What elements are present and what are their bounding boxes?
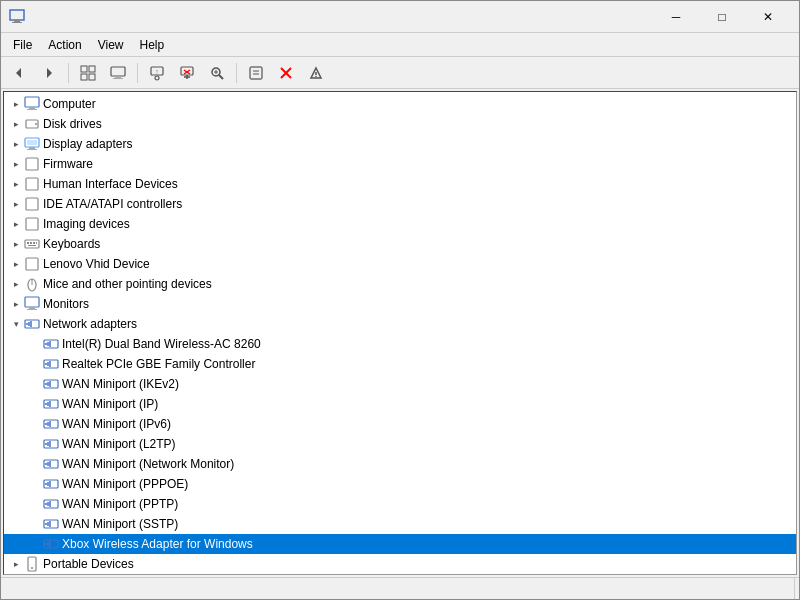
expand-icon[interactable]: ▸ (8, 176, 24, 192)
tree-item-monitors[interactable]: ▸ Monitors (4, 294, 796, 314)
menu-action[interactable]: Action (40, 36, 89, 54)
item-label-firmware: Firmware (43, 157, 93, 171)
expand-icon[interactable]: ▸ (8, 136, 24, 152)
menu-help[interactable]: Help (132, 36, 173, 54)
tree-item-disk-drives[interactable]: ▸ Disk drives (4, 114, 796, 134)
tree-item-firmware[interactable]: ▸ Firmware (4, 154, 796, 174)
svg-rect-50 (36, 242, 37, 244)
tree-item-wan-ip[interactable]: WAN Miniport (IP) (4, 394, 796, 414)
expand-icon[interactable]: ▸ (8, 96, 24, 112)
properties2-button[interactable] (302, 60, 330, 86)
item-label-network: Network adapters (43, 317, 137, 331)
tree-item-keyboards[interactable]: ▸ Keyboards (4, 234, 796, 254)
svg-rect-25 (250, 67, 262, 79)
uninstall-button[interactable] (173, 60, 201, 86)
svg-rect-39 (29, 147, 35, 149)
expand-icon[interactable]: ▸ (8, 296, 24, 312)
tree-item-imaging[interactable]: ▸ Imaging devices (4, 214, 796, 234)
update-driver-button[interactable]: ↑ (143, 60, 171, 86)
svg-rect-5 (81, 66, 87, 72)
tree-item-intel-dual[interactable]: Intel(R) Dual Band Wireless-AC 8260 (4, 334, 796, 354)
expand-icon[interactable]: ▸ (8, 116, 24, 132)
tree-item-computer[interactable]: ▸ Computer (4, 94, 796, 114)
show-devices-button[interactable] (74, 60, 102, 86)
tree-item-wan-netmon[interactable]: WAN Miniport (Network Monitor) (4, 454, 796, 474)
tree-item-hid[interactable]: ▸ Human Interface Devices (4, 174, 796, 194)
back-button[interactable] (5, 60, 33, 86)
item-icon-realtek (43, 356, 59, 372)
delete-button[interactable] (272, 60, 300, 86)
device-tree[interactable]: ▸ Computer ▸ Disk drives ▸ Display adapt… (3, 91, 797, 575)
svg-rect-10 (115, 76, 121, 78)
item-label-wan-ip: WAN Miniport (IP) (62, 397, 158, 411)
expand-icon[interactable]: ▸ (8, 276, 24, 292)
expand-icon[interactable]: ▸ (8, 196, 24, 212)
title-bar: ─ □ ✕ (1, 1, 799, 33)
tree-item-realtek[interactable]: Realtek PCIe GBE Family Controller (4, 354, 796, 374)
svg-point-107 (31, 567, 33, 569)
collapse-icon[interactable]: ▾ (8, 316, 24, 332)
tree-item-ide[interactable]: ▸ IDE ATA/ATAPI controllers (4, 194, 796, 214)
uninstall-icon (179, 65, 195, 81)
item-label-computer: Computer (43, 97, 96, 111)
svg-marker-3 (16, 68, 21, 78)
svg-rect-8 (89, 74, 95, 80)
item-icon-portable (24, 556, 40, 572)
svg-marker-4 (47, 68, 52, 78)
maximize-button[interactable]: □ (699, 1, 745, 33)
expand-icon[interactable]: ▸ (8, 556, 24, 572)
minimize-button[interactable]: ─ (653, 1, 699, 33)
tree-item-wan-pptp[interactable]: WAN Miniport (PPTP) (4, 494, 796, 514)
svg-rect-6 (89, 66, 95, 72)
item-icon-disk-drives (24, 116, 40, 132)
tree-item-wan-ipv6[interactable]: WAN Miniport (IPv6) (4, 414, 796, 434)
item-label-keyboards: Keyboards (43, 237, 100, 251)
tree-item-xbox[interactable]: Xbox Wireless Adapter for Windows (4, 534, 796, 554)
menu-file[interactable]: File (5, 36, 40, 54)
expand-icon[interactable]: ▸ (8, 256, 24, 272)
tree-item-wan-l2tp[interactable]: WAN Miniport (L2TP) (4, 434, 796, 454)
tree-item-lenovo[interactable]: ▸ Lenovo Vhid Device (4, 254, 796, 274)
expand-icon[interactable]: ▸ (8, 236, 24, 252)
item-icon-lenovo (24, 256, 40, 272)
expand-icon[interactable]: ▸ (8, 156, 24, 172)
expander-placeholder (27, 416, 43, 432)
tree-item-wan-pppoe[interactable]: WAN Miniport (PPPOE) (4, 474, 796, 494)
svg-line-21 (219, 75, 223, 79)
tree-item-wan-ikev2[interactable]: WAN Miniport (IKEv2) (4, 374, 796, 394)
scan-hardware-button[interactable] (203, 60, 231, 86)
app-icon (9, 9, 25, 25)
computer-view-button[interactable] (104, 60, 132, 86)
delete-icon (278, 65, 294, 81)
tree-item-wan-sstp[interactable]: WAN Miniport (SSTP) (4, 514, 796, 534)
item-icon-wan-ikev2 (43, 376, 59, 392)
menu-view[interactable]: View (90, 36, 132, 54)
svg-rect-1 (14, 20, 20, 22)
item-label-mice: Mice and other pointing devices (43, 277, 212, 291)
toolbar-sep-2 (137, 63, 138, 83)
properties1-icon (248, 65, 264, 81)
forward-button[interactable] (35, 60, 63, 86)
tree-item-print-queues[interactable]: ▸ Print queues (4, 574, 796, 575)
item-label-hid: Human Interface Devices (43, 177, 178, 191)
item-icon-imaging (24, 216, 40, 232)
svg-rect-42 (26, 158, 38, 170)
tree-item-network[interactable]: ▾ Network adapters (4, 314, 796, 334)
svg-rect-40 (27, 149, 37, 150)
svg-rect-57 (27, 309, 37, 310)
item-label-wan-sstp: WAN Miniport (SSTP) (62, 517, 178, 531)
svg-rect-9 (111, 67, 125, 76)
toolbar-sep-3 (236, 63, 237, 83)
item-icon-wan-pptp (43, 496, 59, 512)
tree-item-mice[interactable]: ▸ Mice and other pointing devices (4, 274, 796, 294)
tree-item-portable[interactable]: ▸ Portable Devices (4, 554, 796, 574)
properties1-button[interactable] (242, 60, 270, 86)
update-driver-icon: ↑ (149, 65, 165, 81)
expand-icon[interactable]: ▸ (8, 216, 24, 232)
show-devices-icon (80, 65, 96, 81)
tree-item-display-adapters[interactable]: ▸ Display adapters (4, 134, 796, 154)
item-label-monitors: Monitors (43, 297, 89, 311)
svg-rect-45 (26, 218, 38, 230)
close-button[interactable]: ✕ (745, 1, 791, 33)
status-bar (1, 577, 799, 599)
